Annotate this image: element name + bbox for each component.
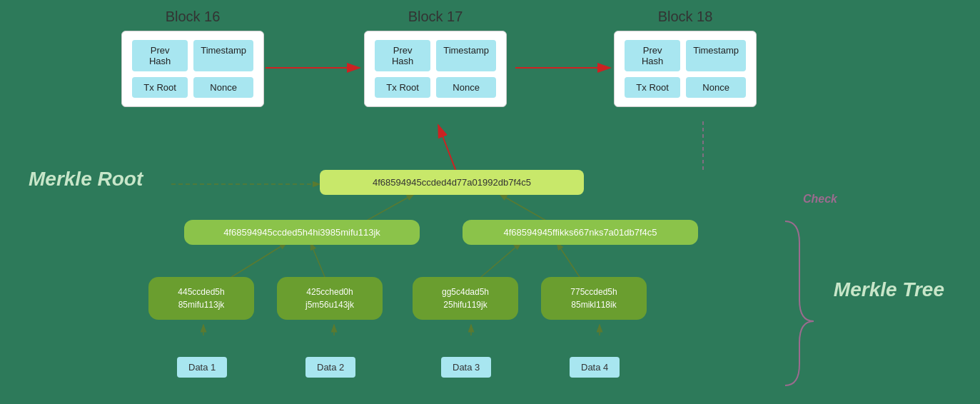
block-17-tx-root: Tx Root (375, 77, 430, 98)
mid-hash-right-value: 4f68594945ffikks667nks7a01db7f4c5 (503, 227, 657, 238)
block-18-box: Prev Hash Timestamp Tx Root Nonce (614, 31, 757, 107)
block-18-timestamp: Timestamp (686, 40, 746, 71)
data-3-box: Data 3 (441, 357, 491, 378)
block-18-prev-hash: Prev Hash (625, 40, 680, 71)
merkle-tree-label: Merkle Tree (834, 278, 944, 301)
block-16-prev-hash: Prev Hash (132, 40, 188, 71)
leaf-hash-3: gg5c4dad5h 25hifu119jk (413, 277, 518, 320)
leaf-hash-1: 445ccded5h 85mifu113jk (148, 277, 254, 320)
leaf-hash-2: 425cched0h j5m56u143jk (277, 277, 383, 320)
leaf-hash-1-line1: 445ccded5h (178, 287, 224, 297)
data-4-label: Data 4 (581, 362, 608, 373)
leaf-hash-4-line1: 775ccded5h (570, 287, 617, 297)
block-16-title: Block 16 (166, 9, 221, 25)
leaf-hash-2-line2: j5m56u143jk (305, 300, 354, 310)
leaf-hash-4-line2: 85mikl118ik (571, 300, 616, 310)
block-16-timestamp: Timestamp (193, 40, 253, 71)
block-17-prev-hash: Prev Hash (375, 40, 430, 71)
data-1-box: Data 1 (177, 357, 227, 378)
leaf-hash-4: 775ccded5h 85mikl118ik (541, 277, 647, 320)
data-2-box: Data 2 (305, 357, 355, 378)
block-17-timestamp: Timestamp (436, 40, 496, 71)
data-3-label: Data 3 (453, 362, 480, 373)
block-17-nonce: Nonce (436, 77, 496, 98)
block-16-box: Prev Hash Timestamp Tx Root Nonce (121, 31, 264, 107)
data-2-label: Data 2 (317, 362, 344, 373)
leaf-hash-3-line2: 25hifu119jk (443, 300, 487, 310)
block-17-title: Block 17 (408, 9, 463, 25)
root-hash-value: 4f68594945ccded4d77a01992db7f4c5 (373, 177, 531, 188)
data-1-label: Data 1 (188, 362, 216, 373)
block-18-tx-root: Tx Root (625, 77, 680, 98)
block-16-tx-root: Tx Root (132, 77, 188, 98)
check-label: Check (803, 193, 837, 206)
block-16-nonce: Nonce (193, 77, 253, 98)
merkle-root-label: Merkle Root (29, 168, 143, 191)
root-hash-box: 4f68594945ccded4d77a01992db7f4c5 (320, 170, 584, 195)
mid-hash-left: 4f68594945ccded5h4hi3985mifu113jk (184, 220, 420, 245)
block-18-title: Block 18 (658, 9, 713, 25)
leaf-hash-2-line1: 425cched0h (306, 287, 353, 297)
block-16: Block 16 Prev Hash Timestamp Tx Root Non… (121, 9, 264, 107)
block-18: Block 18 Prev Hash Timestamp Tx Root Non… (614, 9, 757, 107)
block-17-box: Prev Hash Timestamp Tx Root Nonce (364, 31, 507, 107)
mid-hash-right: 4f68594945ffikks667nks7a01db7f4c5 (463, 220, 698, 245)
data-4-box: Data 4 (570, 357, 620, 378)
mid-hash-left-value: 4f68594945ccded5h4hi3985mifu113jk (223, 227, 380, 238)
block-18-nonce: Nonce (686, 77, 746, 98)
leaf-hash-3-line1: gg5c4dad5h (442, 287, 489, 297)
block-17: Block 17 Prev Hash Timestamp Tx Root Non… (364, 9, 507, 107)
leaf-hash-1-line2: 85mifu113jk (178, 300, 225, 310)
